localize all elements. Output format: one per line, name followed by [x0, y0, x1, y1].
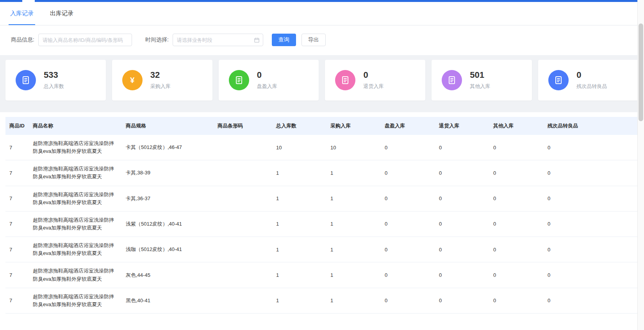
stat-value: 32 [150, 70, 171, 80]
stat-label: 残次品转良品 [576, 83, 607, 90]
stat-card-purchase-inbound: ¥ 32 采购入库 [112, 60, 212, 100]
time-range-input[interactable] [177, 37, 254, 43]
cell-defective-to-good: 0 [544, 186, 639, 211]
filter-bar: 商品信息: 时间选择: 查询 导出 [0, 25, 644, 55]
col-return-inbound: 退货入库 [435, 117, 489, 135]
tab-bar: 入库记录 出库记录 [0, 2, 644, 25]
cell-surplus-inbound: 0 [381, 135, 435, 160]
cell-product-name: 超防滑凉拖鞋高端酒店浴室洗澡防摔防臭eva加厚拖鞋外穿软底夏天 [29, 186, 122, 211]
cell-product-spec: 浅咖（5012皮纹）,40-41 [122, 237, 214, 262]
export-button[interactable]: 导出 [301, 34, 326, 46]
cell-product-id: 7 [5, 135, 29, 160]
cell-total-inbound: 1 [272, 186, 326, 211]
table-row: 7 超防滑凉拖鞋高端酒店浴室洗澡防摔防臭eva加厚拖鞋外穿软底夏天 浅咖（501… [5, 237, 639, 262]
cell-product-spec: 浅紫（5012皮纹）,40-41 [122, 211, 214, 237]
cell-product-spec: 卡其（5012皮纹）,46-47 [122, 135, 214, 160]
stat-value: 0 [576, 70, 607, 80]
cell-purchase-inbound: 10 [326, 135, 381, 160]
stat-label: 盘盈入库 [257, 83, 277, 90]
cell-defective-to-good: 0 [544, 237, 639, 262]
cell-defective-to-good: 0 [544, 160, 639, 186]
cell-other-inbound: 0 [489, 186, 544, 211]
cell-total-inbound: 1 [272, 288, 326, 313]
tab-inbound-records[interactable]: 入库记录 [5, 2, 38, 25]
table-row: 7 超防滑凉拖鞋高端酒店浴室洗澡防摔防臭eva加厚拖鞋外穿软底夏天 卡其（501… [5, 135, 639, 160]
cell-total-inbound: 1 [272, 237, 326, 262]
table-row: 7 超防滑凉拖鞋高端酒店浴室洗澡防摔防臭eva加厚拖鞋外穿软底夏天 灰色,44-… [5, 262, 639, 288]
col-total-inbound: 总入库数 [272, 117, 326, 135]
page-scrollbar[interactable] [637, 0, 644, 330]
cell-other-inbound: 0 [489, 237, 544, 262]
yen-glyph: ¥ [130, 76, 134, 85]
scrollbar-thumb[interactable] [639, 23, 643, 121]
cell-surplus-inbound: 0 [381, 288, 435, 313]
receipt-icon [335, 70, 355, 90]
col-product-barcode: 商品条形码 [214, 117, 272, 135]
cell-product-id: 7 [5, 262, 29, 288]
cell-purchase-inbound: 1 [326, 288, 381, 313]
stat-card-other-inbound: 501 其他入库 [432, 60, 532, 100]
cell-return-inbound: 0 [435, 186, 489, 211]
time-range-picker[interactable] [173, 34, 263, 46]
tab-outbound-records[interactable]: 出库记录 [45, 2, 78, 25]
cell-surplus-inbound: 0 [381, 186, 435, 211]
cell-product-spec: 卡其,38-39 [122, 160, 214, 186]
cell-product-name: 超防滑凉拖鞋高端酒店浴室洗澡防摔防臭eva加厚拖鞋外穿软底夏天 [29, 237, 122, 262]
cell-other-inbound: 0 [489, 262, 544, 288]
cell-purchase-inbound: 1 [326, 237, 381, 262]
product-search-input[interactable] [38, 34, 132, 46]
cell-other-inbound: 0 [489, 288, 544, 313]
cell-return-inbound: 0 [435, 237, 489, 262]
receipt-icon [548, 70, 569, 90]
cell-product-barcode [214, 160, 272, 186]
cell-product-spec: 灰色,44-45 [122, 262, 214, 288]
calendar-icon[interactable] [254, 37, 260, 43]
stat-label: 其他入库 [470, 83, 490, 90]
cell-total-inbound: 1 [272, 262, 326, 288]
cell-total-inbound: 1 [272, 160, 326, 186]
stat-card-total-inbound: 533 总入库数 [5, 60, 106, 100]
product-info-label: 商品信息: [11, 36, 34, 43]
cell-product-barcode [214, 288, 272, 313]
cell-product-id: 7 [5, 237, 29, 262]
search-button[interactable]: 查询 [272, 34, 296, 46]
table-row: 7 超防滑凉拖鞋高端酒店浴室洗澡防摔防臭eva加厚拖鞋外穿软底夏天 浅紫（501… [5, 211, 639, 237]
time-select-label: 时间选择: [145, 36, 169, 43]
cell-purchase-inbound: 1 [326, 186, 381, 211]
table-body: 7 超防滑凉拖鞋高端酒店浴室洗澡防摔防臭eva加厚拖鞋外穿软底夏天 卡其（501… [5, 135, 639, 313]
col-product-id: 商品ID [5, 117, 29, 135]
inbound-records-table-panel: 商品ID 商品名称 商品规格 商品条形码 总入库数 采购入库 盘盈入库 退货入库… [0, 112, 644, 330]
cell-surplus-inbound: 0 [381, 237, 435, 262]
cell-return-inbound: 0 [435, 160, 489, 186]
cell-return-inbound: 0 [435, 288, 489, 313]
cell-return-inbound: 0 [435, 135, 489, 160]
col-purchase-inbound: 采购入库 [326, 117, 381, 135]
cell-defective-to-good: 0 [544, 288, 639, 313]
top-accent-bar [0, 0, 644, 2]
cell-defective-to-good: 0 [544, 211, 639, 237]
table-header-row: 商品ID 商品名称 商品规格 商品条形码 总入库数 采购入库 盘盈入库 退货入库… [5, 117, 639, 135]
cell-purchase-inbound: 1 [326, 211, 381, 237]
receipt-icon [442, 70, 462, 90]
stat-value: 0 [363, 70, 384, 80]
cell-product-id: 7 [5, 211, 29, 237]
cell-product-id: 7 [5, 288, 29, 313]
cell-product-barcode [214, 262, 272, 288]
stat-label: 退货入库 [363, 83, 384, 90]
col-other-inbound: 其他入库 [489, 117, 544, 135]
stat-value: 0 [257, 70, 277, 80]
cell-product-name: 超防滑凉拖鞋高端酒店浴室洗澡防摔防臭eva加厚拖鞋外穿软底夏天 [29, 262, 122, 288]
cell-product-id: 7 [5, 160, 29, 186]
cell-surplus-inbound: 0 [381, 160, 435, 186]
cell-product-name: 超防滑凉拖鞋高端酒店浴室洗澡防摔防臭eva加厚拖鞋外穿软底夏天 [29, 211, 122, 237]
yen-icon: ¥ [122, 70, 143, 90]
table-row: 7 超防滑凉拖鞋高端酒店浴室洗澡防摔防臭eva加厚拖鞋外穿软底夏天 黑色,40-… [5, 288, 639, 313]
cell-return-inbound: 0 [435, 211, 489, 237]
cell-product-name: 超防滑凉拖鞋高端酒店浴室洗澡防摔防臭eva加厚拖鞋外穿软底夏天 [29, 288, 122, 313]
inbound-records-table: 商品ID 商品名称 商品规格 商品条形码 总入库数 采购入库 盘盈入库 退货入库… [5, 117, 639, 314]
cell-other-inbound: 0 [489, 160, 544, 186]
col-product-name: 商品名称 [29, 117, 122, 135]
cell-defective-to-good: 0 [544, 262, 639, 288]
cell-other-inbound: 0 [489, 135, 544, 160]
stat-label: 采购入库 [150, 83, 171, 90]
